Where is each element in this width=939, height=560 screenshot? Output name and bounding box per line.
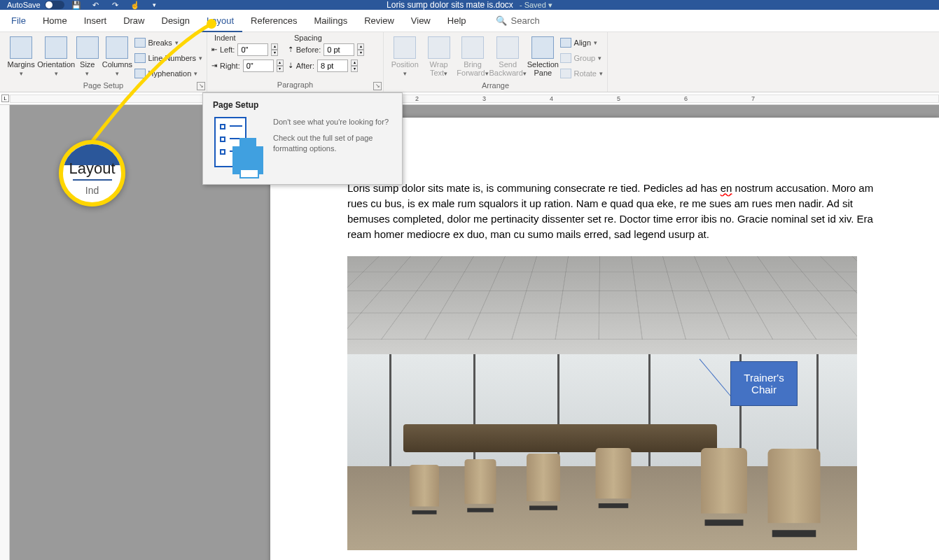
position-button: Position▾ (388, 34, 422, 80)
autosave-toggle[interactable] (45, 1, 64, 9)
redo-icon[interactable]: ↷ (108, 0, 123, 10)
layout-magnifier-annotation: Layout Ind (59, 140, 125, 206)
tooltip-title: Page Setup (213, 100, 392, 110)
trainers-chair-callout[interactable]: Trainer's Chair (730, 361, 798, 406)
tab-view[interactable]: View (403, 10, 439, 32)
ruler-number: 3 (482, 95, 486, 102)
tab-help[interactable]: Help (439, 10, 475, 32)
vertical-ruler[interactable] (0, 105, 10, 560)
spacing-after-field[interactable]: ⇣After:8 pt▴▾ (288, 58, 364, 73)
group-arrange: Position▾ Wrap Text▾ Bring Forward▾ Send… (384, 32, 608, 92)
margins-button[interactable]: Margins▾ (4, 34, 38, 80)
qat-customize-icon[interactable]: ▾ (147, 0, 162, 10)
save-icon[interactable]: 💾 (69, 0, 84, 10)
tab-selector[interactable]: L (1, 94, 9, 102)
ruler-number: 2 (415, 95, 419, 102)
wrap-text-button: Wrap Text▾ (422, 34, 455, 80)
document-title: Loris sump dolor sits mate is.docx (387, 0, 513, 10)
search-icon: 🔍 (496, 15, 507, 26)
tab-references[interactable]: References (242, 10, 305, 32)
ruler-number: 7 (751, 95, 755, 102)
tab-review[interactable]: Review (356, 10, 403, 32)
conference-room-image[interactable]: Trainer's Chair (347, 256, 857, 550)
ruler-number: 5 (617, 95, 620, 102)
annotation-leader (91, 24, 231, 167)
spacing-header: Spacing (294, 34, 377, 42)
tooltip-line1: Don't see what you're looking for? (273, 117, 392, 127)
group-label-arrange: Arrange (388, 81, 603, 91)
align-button[interactable]: Align▾ (560, 35, 603, 50)
autosave-label: AutoSave (7, 1, 41, 9)
tooltip-line2: Check out the full set of page formattin… (273, 133, 392, 154)
selection-pane-button[interactable]: Selection Pane (526, 34, 559, 80)
ruler-number: 4 (550, 95, 553, 102)
tab-home[interactable]: Home (34, 10, 76, 32)
send-backward-button: Send Backward▾ (489, 34, 526, 80)
svg-point-0 (207, 19, 216, 29)
touch-mode-icon[interactable]: ☝ (127, 0, 143, 10)
undo-icon[interactable]: ↶ (88, 0, 104, 10)
group-label-paragraph: Paragraph (211, 80, 379, 90)
ruler-number: 6 (684, 95, 688, 102)
group-button: Group▾ (560, 50, 603, 66)
rotate-button: Rotate▾ (560, 66, 603, 81)
document-area: Loris sump dolor sits mate is, is commun… (0, 105, 939, 560)
search-box[interactable]: 🔍 Search (496, 15, 540, 26)
orientation-button[interactable]: Orientation▾ (38, 34, 74, 80)
page-setup-tooltip: Page Setup Don't see what you're looking… (202, 92, 403, 185)
group-paragraph: Indent Spacing ⇤Left:0"▴▾ ⇥Right:0"▴▾ ⇡B… (207, 32, 384, 92)
title-bar: AutoSave 💾 ↶ ↷ ☝ ▾ Loris sump dolor sits… (0, 0, 939, 10)
spelling-error[interactable]: en (721, 182, 732, 194)
body-paragraph[interactable]: Loris sump dolor sits mate is, is commun… (347, 181, 876, 242)
tab-file[interactable]: File (3, 10, 34, 32)
paragraph-launcher[interactable]: ↘ (373, 82, 382, 90)
spacing-before-field[interactable]: ⇡Before:0 pt▴▾ (288, 42, 364, 57)
bring-forward-button: Bring Forward▾ (456, 34, 489, 80)
search-label: Search (511, 15, 540, 26)
tab-mailings[interactable]: Mailings (306, 10, 356, 32)
saved-status: Saved (524, 1, 546, 9)
